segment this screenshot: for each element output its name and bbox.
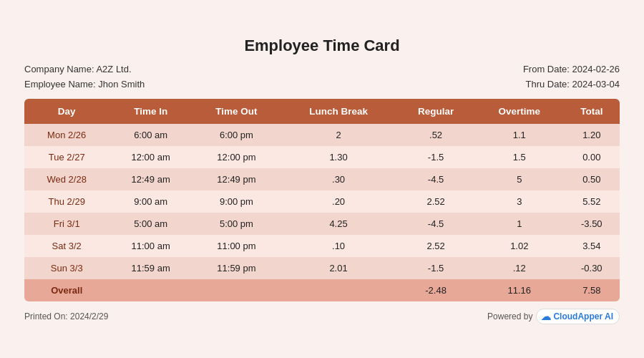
cell-overtime: .12 — [475, 257, 564, 279]
overall-row: Overall -2.48 11.16 7.58 — [24, 279, 620, 301]
cloudapper-logo: ☁ CloudApper AI — [536, 309, 620, 324]
cell-lunch: 1.30 — [280, 146, 396, 168]
col-header-lunch-break: Lunch Break — [280, 99, 396, 124]
brand-name: CloudApper AI — [553, 311, 613, 321]
cell-overtime: 3 — [475, 190, 564, 213]
cell-day: Tue 2/27 — [24, 146, 109, 168]
cell-time-in: 11:00 am — [109, 235, 192, 257]
overall-empty2 — [192, 279, 280, 301]
cell-overtime: 1.1 — [475, 124, 564, 146]
cell-day: Fri 3/1 — [24, 213, 109, 235]
cloud-icon: ☁ — [541, 311, 551, 322]
timecard-table: Day Time In Time Out Lunch Break Regular… — [24, 99, 620, 301]
overall-overtime: 11.16 — [475, 279, 564, 301]
cell-time-out: 6:00 pm — [192, 124, 280, 146]
col-header-time-out: Time Out — [192, 99, 280, 124]
cell-regular: -1.5 — [396, 146, 475, 168]
cell-time-in: 12:49 am — [109, 168, 192, 190]
table-row: Thu 2/29 9:00 am 9:00 pm .20 2.52 3 5.52 — [24, 190, 620, 213]
cell-time-out: 9:00 pm — [192, 190, 280, 213]
cell-day: Thu 2/29 — [24, 190, 109, 213]
cell-lunch: 2.01 — [280, 257, 396, 279]
col-header-time-in: Time In — [109, 99, 192, 124]
company-label: Company Name: A2Z Ltd. — [24, 62, 145, 77]
cell-total: 0.00 — [564, 146, 620, 168]
cell-time-in: 11:59 am — [109, 257, 192, 279]
cell-time-out: 11:59 pm — [192, 257, 280, 279]
overall-total: 7.58 — [564, 279, 620, 301]
cell-overtime: 1.5 — [475, 146, 564, 168]
table-row: Tue 2/27 12:00 am 12:00 pm 1.30 -1.5 1.5… — [24, 146, 620, 168]
cell-regular: -1.5 — [396, 257, 475, 279]
cell-lunch: 2 — [280, 124, 396, 146]
cell-time-out: 11:00 pm — [192, 235, 280, 257]
cell-overtime: 1 — [475, 213, 564, 235]
from-date-label: From Date: 2024-02-26 — [523, 62, 620, 77]
overall-label: Overall — [24, 279, 109, 301]
overall-empty3 — [280, 279, 396, 301]
table-row: Mon 2/26 6:00 am 6:00 pm 2 .52 1.1 1.20 — [24, 124, 620, 146]
cell-lunch: .30 — [280, 168, 396, 190]
thru-date-label: Thru Date: 2024-03-04 — [523, 77, 620, 92]
cell-total: 5.52 — [564, 190, 620, 213]
col-header-day: Day — [24, 99, 109, 124]
cell-time-out: 12:49 pm — [192, 168, 280, 190]
employee-label: Employee Name: Jhon Smith — [24, 77, 145, 92]
table-row: Sun 3/3 11:59 am 11:59 pm 2.01 -1.5 .12 … — [24, 257, 620, 279]
cell-regular: 2.52 — [396, 190, 475, 213]
cell-regular: -4.5 — [396, 213, 475, 235]
table-row: Sat 3/2 11:00 am 11:00 pm .10 2.52 1.02 … — [24, 235, 620, 257]
powered-by-label: Powered by — [487, 311, 532, 321]
cell-time-in: 12:00 am — [109, 146, 192, 168]
col-header-regular: Regular — [396, 99, 475, 124]
cell-total: 1.20 — [564, 124, 620, 146]
page-title: Employee Time Card — [24, 37, 620, 55]
cell-time-in: 9:00 am — [109, 190, 192, 213]
meta-left: Company Name: A2Z Ltd. Employee Name: Jh… — [24, 62, 145, 92]
meta-row: Company Name: A2Z Ltd. Employee Name: Jh… — [24, 62, 620, 92]
cell-overtime: 1.02 — [475, 235, 564, 257]
cell-time-in: 5:00 am — [109, 213, 192, 235]
cell-regular: .52 — [396, 124, 475, 146]
cell-day: Sat 3/2 — [24, 235, 109, 257]
powered-by: Powered by ☁ CloudApper AI — [487, 309, 620, 324]
cell-overtime: 5 — [475, 168, 564, 190]
table-header-row: Day Time In Time Out Lunch Break Regular… — [24, 99, 620, 124]
cell-day: Wed 2/28 — [24, 168, 109, 190]
printed-on: Printed On: 2024/2/29 — [24, 311, 108, 321]
col-header-total: Total — [564, 99, 620, 124]
cell-total: -0.30 — [564, 257, 620, 279]
cell-day: Mon 2/26 — [24, 124, 109, 146]
cell-lunch: .10 — [280, 235, 396, 257]
overall-regular: -2.48 — [396, 279, 475, 301]
cell-regular: 2.52 — [396, 235, 475, 257]
timecard-card: Employee Time Card Company Name: A2Z Ltd… — [7, 24, 637, 335]
meta-right: From Date: 2024-02-26 Thru Date: 2024-03… — [523, 62, 620, 92]
cell-lunch: .20 — [280, 190, 396, 213]
cell-regular: -4.5 — [396, 168, 475, 190]
cell-time-in: 6:00 am — [109, 124, 192, 146]
cell-time-out: 12:00 pm — [192, 146, 280, 168]
cell-day: Sun 3/3 — [24, 257, 109, 279]
table-row: Wed 2/28 12:49 am 12:49 pm .30 -4.5 5 0.… — [24, 168, 620, 190]
cell-lunch: 4.25 — [280, 213, 396, 235]
cell-total: -3.50 — [564, 213, 620, 235]
col-header-overtime: Overtime — [475, 99, 564, 124]
cell-total: 0.50 — [564, 168, 620, 190]
overall-empty1 — [109, 279, 192, 301]
cell-time-out: 5:00 pm — [192, 213, 280, 235]
table-row: Fri 3/1 5:00 am 5:00 pm 4.25 -4.5 1 -3.5… — [24, 213, 620, 235]
cell-total: 3.54 — [564, 235, 620, 257]
footer: Printed On: 2024/2/29 Powered by ☁ Cloud… — [24, 309, 620, 324]
